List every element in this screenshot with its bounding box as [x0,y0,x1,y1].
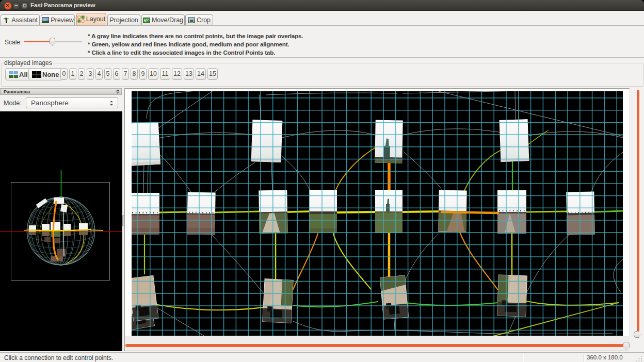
svg-text:GL: GL [43,18,46,21]
